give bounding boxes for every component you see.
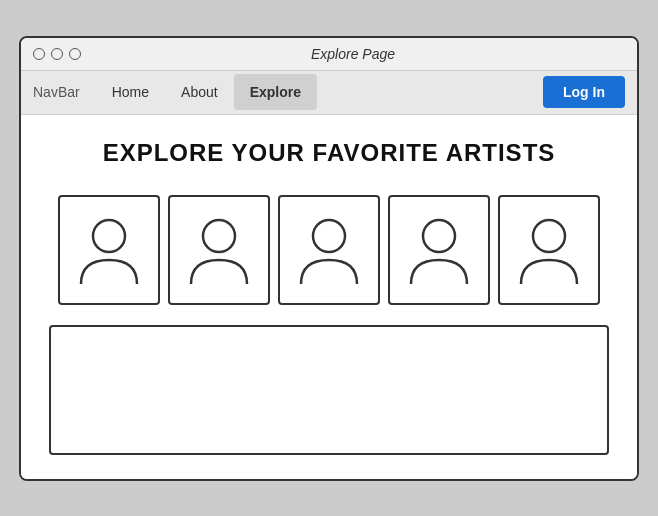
- artist-card-5[interactable]: [498, 195, 600, 305]
- avatar-icon-2: [183, 210, 255, 290]
- svg-point-0: [93, 220, 125, 252]
- page-content: EXPLORE YOUR FAVORITE ARTISTS: [21, 115, 637, 479]
- browser-titlebar: Explore Page: [21, 38, 637, 71]
- browser-dot-2[interactable]: [51, 48, 63, 60]
- browser-dot-1[interactable]: [33, 48, 45, 60]
- artist-card-2[interactable]: [168, 195, 270, 305]
- browser-title: Explore Page: [81, 46, 625, 62]
- svg-point-1: [203, 220, 235, 252]
- svg-point-2: [313, 220, 345, 252]
- navbar-brand: NavBar: [33, 84, 80, 100]
- navbar: NavBar Home About Explore Log In: [21, 71, 637, 115]
- content-box: [49, 325, 609, 455]
- nav-links: Home About Explore: [96, 74, 543, 110]
- avatar-icon-5: [513, 210, 585, 290]
- nav-link-home[interactable]: Home: [96, 74, 165, 110]
- svg-point-3: [423, 220, 455, 252]
- avatar-icon-4: [403, 210, 475, 290]
- avatar-icon-3: [293, 210, 365, 290]
- page-heading: EXPLORE YOUR FAVORITE ARTISTS: [49, 139, 609, 167]
- artist-card-4[interactable]: [388, 195, 490, 305]
- browser-window: Explore Page NavBar Home About Explore L…: [19, 36, 639, 481]
- artists-row: [49, 195, 609, 305]
- artist-card-3[interactable]: [278, 195, 380, 305]
- browser-dot-3[interactable]: [69, 48, 81, 60]
- login-button[interactable]: Log In: [543, 76, 625, 108]
- browser-controls: [33, 48, 81, 60]
- avatar-icon-1: [73, 210, 145, 290]
- nav-link-about[interactable]: About: [165, 74, 234, 110]
- svg-point-4: [533, 220, 565, 252]
- artist-card-1[interactable]: [58, 195, 160, 305]
- nav-link-explore[interactable]: Explore: [234, 74, 317, 110]
